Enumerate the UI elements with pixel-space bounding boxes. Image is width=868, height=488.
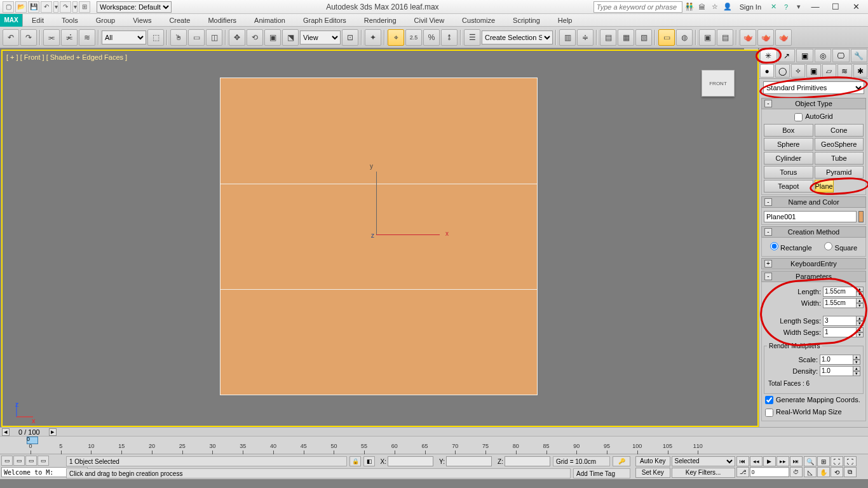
- menu-edit[interactable]: Edit: [23, 17, 53, 24]
- max-toggle-icon[interactable]: ⧉: [844, 467, 857, 477]
- viewcube[interactable]: FRONT: [702, 70, 735, 97]
- redo-dropdown-icon[interactable]: ▾: [72, 1, 78, 13]
- zoom-extents-icon[interactable]: ⛶: [831, 456, 843, 466]
- lock-selection-icon[interactable]: 🔒: [349, 456, 361, 466]
- mini-icon-3[interactable]: ▭: [25, 456, 37, 466]
- tube-button[interactable]: Tube: [815, 152, 864, 165]
- length-segs-input[interactable]: [823, 316, 856, 326]
- manipulate-icon[interactable]: ✦: [365, 29, 381, 46]
- keyboard-entry-rollout-header[interactable]: +KeyboardEntry: [761, 258, 866, 269]
- geosphere-button[interactable]: GeoSphere: [815, 138, 864, 151]
- width-input[interactable]: [823, 298, 856, 308]
- mirror-icon[interactable]: ▥: [559, 29, 576, 46]
- play-icon[interactable]: ▶: [763, 456, 776, 466]
- save-icon[interactable]: 💾: [28, 1, 39, 13]
- isolate-icon[interactable]: ◧: [363, 456, 375, 466]
- open-icon[interactable]: 📂: [15, 1, 27, 13]
- spacewarps-subtab[interactable]: ≋: [837, 64, 851, 78]
- maximize-button[interactable]: ☐: [826, 1, 845, 13]
- zoom-all-icon[interactable]: ⊞: [817, 456, 830, 466]
- gen-mapping-checkbox[interactable]: [765, 396, 773, 404]
- scroll-right-icon[interactable]: ▸: [49, 428, 57, 436]
- menu-scripting[interactable]: Scripting: [504, 17, 549, 24]
- square-radio[interactable]: [824, 242, 832, 250]
- edit-named-sel-icon[interactable]: ☰: [464, 29, 480, 46]
- name-color-rollout-header[interactable]: -Name and Color: [761, 196, 866, 208]
- time-config-icon[interactable]: ⏱: [790, 467, 803, 477]
- rotate-icon[interactable]: ⟲: [247, 29, 263, 46]
- select-object-icon[interactable]: ⬚: [147, 29, 164, 46]
- parameters-rollout-header[interactable]: -Parameters: [761, 271, 866, 282]
- menu-help[interactable]: Help: [549, 17, 581, 24]
- menu-group[interactable]: Group: [87, 17, 125, 24]
- sphere-button[interactable]: Sphere: [764, 138, 813, 151]
- autogrid-checkbox[interactable]: [794, 113, 803, 121]
- category-dropdown[interactable]: Standard Primitives: [763, 81, 864, 94]
- cameras-subtab[interactable]: ▣: [806, 64, 820, 78]
- render-iter-icon[interactable]: 🫖: [757, 29, 774, 46]
- align-icon[interactable]: ≑: [577, 29, 593, 46]
- maxscript-mini-listener-icon[interactable]: ▭: [1, 456, 13, 466]
- spinner-snap-icon[interactable]: ⥉: [441, 29, 458, 46]
- key-mode-icon[interactable]: 🔑: [613, 456, 630, 466]
- move-icon[interactable]: ✥: [229, 29, 245, 46]
- modify-tab[interactable]: ↗: [778, 49, 796, 62]
- menu-rendering[interactable]: Rendering: [355, 17, 405, 24]
- viewport-front[interactable]: [ + ] [ Front ] [ Shaded + Edged Faces ]…: [1, 50, 759, 427]
- menu-create[interactable]: Create: [160, 17, 199, 24]
- percent-snap-icon[interactable]: %: [423, 29, 440, 46]
- named-selection-set[interactable]: Create Selection Set: [482, 30, 553, 44]
- rectangle-radio[interactable]: [770, 242, 778, 250]
- scroll-left-icon[interactable]: ◂: [2, 428, 10, 436]
- pan-icon[interactable]: ✋: [817, 467, 830, 477]
- link-icon[interactable]: ⫘: [43, 29, 60, 46]
- menu-civil-view[interactable]: Civil View: [405, 17, 453, 24]
- prev-frame-icon[interactable]: ◂◂: [750, 456, 763, 466]
- comm-icon[interactable]: 🏛: [696, 1, 708, 13]
- pyramid-button[interactable]: Pyramid: [815, 166, 864, 179]
- scale-input[interactable]: [820, 355, 853, 365]
- time-slider-bar[interactable]: ◂ 0 / 100 ▸: [0, 427, 868, 436]
- plane-object[interactable]: [220, 78, 538, 395]
- object-type-rollout-header[interactable]: -Object Type: [761, 98, 866, 109]
- undo-dropdown-icon[interactable]: ▾: [53, 1, 58, 13]
- coord-z-input[interactable]: [505, 456, 550, 466]
- unlink-icon[interactable]: ⫘̸: [61, 29, 78, 46]
- menu-animation[interactable]: Animation: [245, 17, 294, 24]
- object-color-swatch[interactable]: [858, 211, 864, 222]
- orbit-icon[interactable]: ⟲: [831, 467, 843, 477]
- rendered-frame-icon[interactable]: ▤: [717, 29, 733, 46]
- render-setup-icon[interactable]: ▣: [699, 29, 715, 46]
- goto-end-icon[interactable]: ⏭: [790, 456, 803, 466]
- material-editor-icon[interactable]: ◍: [676, 29, 693, 46]
- key-filters-button[interactable]: Key Filters...: [672, 468, 735, 478]
- minimize-button[interactable]: —: [806, 1, 825, 13]
- object-name-input[interactable]: [764, 211, 857, 222]
- coord-y-input[interactable]: [446, 456, 492, 466]
- plane-button[interactable]: Plane: [815, 180, 834, 193]
- current-frame-input[interactable]: [750, 468, 789, 476]
- user-icon[interactable]: 👤: [722, 1, 733, 13]
- close-button[interactable]: ✕: [846, 1, 865, 13]
- width-segs-input[interactable]: [823, 327, 856, 337]
- length-input[interactable]: [823, 287, 856, 297]
- zoom-icon[interactable]: 🔍: [804, 456, 817, 466]
- selection-filter[interactable]: All: [102, 30, 146, 44]
- select-region-icon[interactable]: ▭: [188, 29, 205, 46]
- undo-icon[interactable]: ↶: [41, 1, 52, 13]
- redo-button[interactable]: ↷: [20, 29, 37, 46]
- add-time-tag-button[interactable]: Add Time Tag: [573, 468, 630, 478]
- utilities-tab[interactable]: 🔧: [851, 49, 868, 62]
- sign-in-link[interactable]: Sign In: [735, 3, 766, 11]
- help-icon[interactable]: ?: [780, 1, 792, 13]
- menu-views[interactable]: Views: [124, 17, 160, 24]
- undo-button[interactable]: ↶: [3, 29, 19, 46]
- torus-button[interactable]: Torus: [764, 166, 813, 179]
- infocenter-icon[interactable]: 👬: [684, 1, 695, 13]
- snap-toggle-icon[interactable]: ⌖: [388, 29, 404, 46]
- density-input[interactable]: [820, 366, 853, 376]
- systems-subtab[interactable]: ✱: [853, 64, 867, 78]
- cone-button[interactable]: Cone: [815, 124, 864, 137]
- hierarchy-tab[interactable]: ▣: [796, 49, 813, 62]
- goto-start-icon[interactable]: ⏮: [736, 456, 749, 466]
